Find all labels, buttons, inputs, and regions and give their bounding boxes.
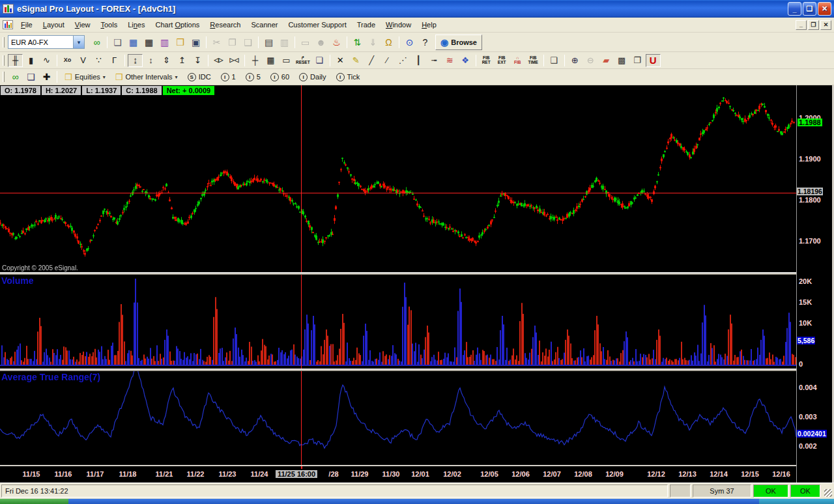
- menu-customer-support[interactable]: Customer Support: [283, 19, 351, 31]
- menu-scanner[interactable]: Scanner: [246, 19, 283, 31]
- compress-spacing-icon[interactable]: ▷◁: [227, 54, 242, 67]
- symbol-search-icon[interactable]: ⊙: [402, 35, 417, 49]
- tile-pages-icon[interactable]: ❐: [630, 54, 645, 67]
- compress-scale-icon[interactable]: ↨: [128, 54, 143, 67]
- line-chart-style-icon[interactable]: ∿: [39, 54, 54, 67]
- spike-chart-style-icon[interactable]: V: [76, 54, 91, 67]
- save-layout-icon[interactable]: ▣: [188, 35, 203, 49]
- menu-tools[interactable]: Tools: [95, 19, 122, 31]
- mdi-close-button[interactable]: ✕: [820, 20, 831, 30]
- print-icon[interactable]: ▤: [261, 35, 276, 49]
- zoom-in-icon[interactable]: ⊕: [568, 54, 582, 67]
- menu-layout[interactable]: Layout: [38, 19, 70, 31]
- restore-button[interactable]: ❏: [803, 2, 816, 16]
- price-axis-column[interactable]: 1.20001.19001.18001.17001.181961.198820K…: [796, 85, 834, 483]
- toolbar-grip[interactable]: [3, 72, 5, 82]
- price-chart-canvas[interactable]: [0, 85, 796, 272]
- vertical-line-icon[interactable]: ┃: [411, 54, 426, 67]
- cross-lines-icon[interactable]: ❖: [458, 54, 473, 67]
- symbol-combobox[interactable]: EUR A0-FX ▾: [8, 35, 85, 49]
- shapes-icon[interactable]: ❑: [547, 54, 562, 67]
- volume-pane[interactable]: Volume: [0, 275, 796, 369]
- page-properties-icon[interactable]: ❏: [312, 54, 327, 67]
- hot-list-icon[interactable]: ♨: [329, 35, 344, 49]
- close-button[interactable]: ✕: [818, 2, 831, 16]
- browse-button[interactable]: ◉ Browse: [435, 35, 482, 50]
- expand-spacing-icon[interactable]: ◁▷: [211, 54, 226, 67]
- menu-research[interactable]: Research: [205, 19, 246, 31]
- delete-tools-icon[interactable]: ✕: [333, 54, 348, 67]
- quote-board-icon[interactable]: ▦: [141, 35, 156, 49]
- interval-tick-button[interactable]: ITick: [332, 70, 365, 84]
- mosaic-icon[interactable]: ▩: [614, 54, 629, 67]
- combo-dropdown-icon[interactable]: ▾: [73, 36, 84, 48]
- trend-line-icon[interactable]: ╱: [364, 54, 379, 67]
- page-link-icon[interactable]: ∞: [8, 70, 23, 84]
- candlestick-style-icon[interactable]: ▮: [23, 54, 38, 67]
- fib-circles-icon[interactable]: ∩FIB: [510, 54, 525, 67]
- menu-file[interactable]: File: [16, 19, 38, 31]
- paste-icon[interactable]: ❑: [240, 35, 255, 49]
- dot-chart-style-icon[interactable]: ∵: [91, 54, 106, 67]
- fib-time-icon[interactable]: FIBTIME: [526, 54, 541, 67]
- step-chart-style-icon[interactable]: Γ: [107, 54, 122, 67]
- ticker-icon[interactable]: ▭: [298, 35, 313, 49]
- fib-retracement-icon[interactable]: FIBRET: [479, 54, 494, 67]
- horizontal-line-icon[interactable]: ╼: [427, 54, 442, 67]
- ray-line-icon[interactable]: ⋰: [395, 54, 410, 67]
- decrease-interval-icon[interactable]: ↧: [190, 54, 205, 67]
- menu-trade[interactable]: Trade: [352, 19, 381, 31]
- reset-scale-icon[interactable]: ↱RESET: [295, 54, 311, 67]
- price-pane[interactable]: O: 1.1978 H: 1.2027 L: 1.1937 C: 1.1988 …: [0, 85, 796, 272]
- color-bars-icon[interactable]: ▦: [263, 54, 278, 67]
- other-intervals-menu-button[interactable]: ❒Other Intervals▾: [111, 70, 182, 84]
- auto-scale-icon[interactable]: ⇕: [159, 54, 174, 67]
- menu-view[interactable]: View: [70, 19, 96, 31]
- increase-interval-icon[interactable]: ↥: [175, 54, 190, 67]
- print-preview-icon[interactable]: ▥: [277, 35, 292, 49]
- download-data-icon[interactable]: ⇓: [366, 35, 381, 49]
- point-figure-style-icon[interactable]: Xo: [60, 54, 75, 67]
- toolbar-grip[interactable]: [3, 55, 5, 66]
- menu-chart-options[interactable]: Chart Options: [150, 19, 205, 31]
- copy-icon[interactable]: ❐: [225, 35, 240, 49]
- zoom-out-icon[interactable]: ⊖: [583, 54, 598, 67]
- price-scale-icon[interactable]: ▭: [279, 54, 294, 67]
- menu-window[interactable]: Window: [381, 19, 416, 31]
- interval-60-button[interactable]: I60: [266, 70, 294, 84]
- crosshair-icon[interactable]: ┼: [248, 54, 263, 67]
- interval-5-button[interactable]: I5: [241, 70, 265, 84]
- minimize-button[interactable]: _: [788, 2, 801, 16]
- symbol-link-icon[interactable]: ∞: [89, 35, 104, 49]
- eraser-icon[interactable]: ▰: [599, 54, 614, 67]
- parallel-lines-icon[interactable]: ≋: [442, 54, 457, 67]
- pencil-icon[interactable]: ✎: [349, 54, 364, 67]
- interval-1-button[interactable]: I1: [216, 70, 240, 84]
- cut-icon[interactable]: ✂: [209, 35, 224, 49]
- hoot-icon[interactable]: ☻: [313, 35, 328, 49]
- idc-service-button[interactable]: SIDC: [183, 70, 216, 84]
- summary-window-icon[interactable]: ▥: [157, 35, 172, 49]
- new-chart-icon[interactable]: ▦: [126, 35, 141, 49]
- add-symbol-icon[interactable]: ✚: [39, 70, 54, 84]
- expand-scale-icon[interactable]: ↕: [143, 54, 158, 67]
- interval-daily-button[interactable]: IDaily: [295, 70, 330, 84]
- atr-pane[interactable]: Average True Range(7): [0, 371, 796, 465]
- toolbar-grip[interactable]: [3, 37, 5, 48]
- mdi-minimize-button[interactable]: _: [796, 20, 807, 30]
- taskbar-start-sliver[interactable]: [0, 499, 68, 504]
- line-segment-icon[interactable]: ∕: [380, 54, 395, 67]
- resize-grip[interactable]: [822, 484, 833, 497]
- mdi-restore-button[interactable]: ❐: [808, 20, 819, 30]
- menu-lines[interactable]: Lines: [122, 19, 150, 31]
- open-layout-icon[interactable]: ❒: [173, 35, 188, 49]
- alert-bell-icon[interactable]: Ω: [381, 35, 396, 49]
- equities-menu-button[interactable]: ❒Equities▾: [60, 70, 110, 84]
- bar-chart-style-icon[interactable]: ╫: [8, 54, 23, 67]
- page-setup-icon[interactable]: ❏: [23, 70, 38, 84]
- magnet-lock-icon[interactable]: U: [646, 54, 661, 67]
- market-movers-icon[interactable]: ⇅: [350, 35, 365, 49]
- menu-help[interactable]: Help: [416, 19, 442, 31]
- atr-chart-canvas[interactable]: [0, 371, 796, 465]
- context-help-icon[interactable]: ?: [418, 35, 433, 49]
